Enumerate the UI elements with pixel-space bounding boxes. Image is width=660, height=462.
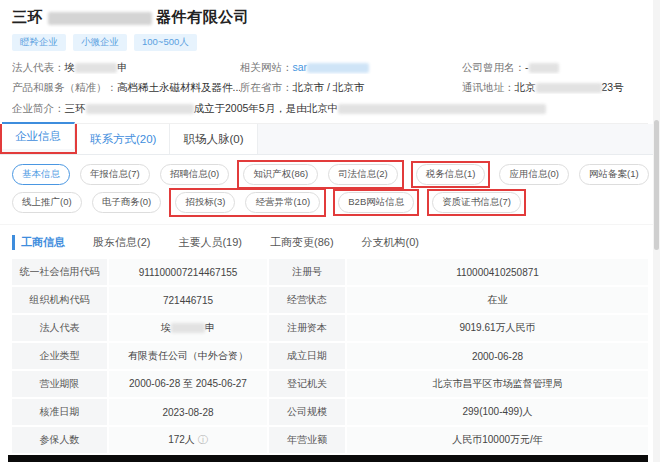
section-tab-registration-changes[interactable]: 工商变更(86): [270, 235, 334, 250]
table-value-org-code: 721446715: [109, 287, 267, 313]
pill-b2b-website[interactable]: B2B网站信息: [338, 192, 414, 213]
pill-intellectual-property[interactable]: 知识产权(86): [243, 164, 318, 185]
address-prefix: 北京: [515, 81, 536, 93]
intro-mid: 成立于2005年5月，是由北京中: [194, 102, 339, 114]
pill-bidding[interactable]: 招投标(3): [175, 192, 235, 213]
redacted-company-name: [48, 12, 152, 25]
table-value-reg-number: 110000410250871: [347, 259, 648, 285]
annotation-box-ip-judicial: 知识产权(86) 司法信息(2): [237, 160, 404, 189]
scrollbar-thumb[interactable]: [654, 120, 659, 250]
legal-rep-cell-prefix: 埃: [161, 321, 171, 335]
table-label-operating-status: 经营状态: [269, 287, 345, 313]
pill-website-icp[interactable]: 网站备案(1): [579, 164, 649, 185]
pill-online-promotion[interactable]: 线上推广(0): [12, 192, 82, 213]
table-value-registered-capital: 9019.61万人民币: [347, 315, 648, 341]
annotation-box-tax-info: 税务信息(1): [411, 161, 491, 188]
address-suffix: 23号: [602, 81, 624, 93]
pill-tax-info[interactable]: 税务信息(1): [416, 164, 486, 185]
table-label-registration-authority: 登记机关: [269, 371, 345, 397]
website-line: 相关网站：sar: [240, 60, 462, 74]
address-line: 通讯地址：北京23号: [462, 80, 648, 94]
table-value-registration-authority: 北京市昌平区市场监督管理局: [347, 371, 648, 397]
section-tab-shareholders[interactable]: 股东信息(2): [93, 235, 150, 250]
pill-annual-report[interactable]: 年报信息(7): [80, 164, 150, 185]
annotation-box-bidding-abnormal: 招投标(3) 经营异常(10): [169, 188, 326, 217]
table-label-approval-date: 核准日期: [12, 399, 107, 425]
info-col-3: 公司曾用名：- 通讯地址：北京23号: [462, 60, 648, 100]
info-col-1: 法人代表：埃申 产品和服务（精准）：高档稀土永磁材料及器件...: [12, 60, 240, 100]
products-value: 高档稀土永磁材料及器件...: [117, 81, 240, 93]
legal-rep-suffix: 申: [117, 61, 128, 73]
info-col-2: 相关网站：sar 所在省市：北京市 / 北京市: [240, 60, 462, 100]
legal-rep-label: 法人代表：: [12, 61, 65, 73]
section-tab-branches[interactable]: 分支机构(0): [362, 235, 419, 250]
table-label-registered-capital: 注册资本: [269, 315, 345, 341]
region-value: 北京市 / 北京市: [293, 81, 365, 93]
scrollbar-track[interactable]: [653, 0, 660, 462]
table-value-annual-revenue: 人民币10000万元/年: [347, 427, 648, 453]
insured-count-text: 172人: [168, 433, 195, 447]
tab-company-info[interactable]: 企业信息: [2, 122, 75, 149]
table-label-insured-count: 参保人数: [12, 427, 107, 453]
table-value-legal-rep: 埃 申: [109, 315, 267, 341]
info-icon[interactable]: ⓘ: [198, 433, 208, 447]
company-intro-line: 企业简介：三环成立于2005年5月，是由北京中: [12, 101, 648, 124]
tab-contact-info[interactable]: 联系方式(20): [77, 124, 170, 154]
redacted-legal-rep-cell: [171, 323, 205, 333]
tag-gazelle: 瞪羚企业: [12, 34, 66, 51]
table-label-company-size: 公司规模: [269, 399, 345, 425]
pill-judicial-info[interactable]: 司法信息(2): [328, 164, 398, 185]
address-label: 通讯地址：: [462, 81, 515, 93]
former-name-value: -: [525, 61, 529, 73]
table-label-establish-date: 成立日期: [269, 343, 345, 369]
company-info-grid: 法人代表：埃申 产品和服务（精准）：高档稀土永磁材料及器件... 相关网站：sa…: [12, 60, 648, 100]
table-value-approval-date: 2023-08-28: [109, 399, 267, 425]
tab-workplace-network[interactable]: 职场人脉(0): [170, 124, 257, 154]
annotation-box-company-info-tab: 企业信息: [0, 124, 77, 154]
redacted-intro-1: [86, 104, 194, 114]
legal-rep-line: 法人代表：埃申: [12, 60, 240, 74]
business-registration-table: 统一社会信用代码 911100007214467155 注册号 11000041…: [12, 259, 648, 462]
bottom-black-bar: [8, 455, 648, 462]
table-value-operating-status: 在业: [347, 287, 648, 313]
website-link[interactable]: sar: [293, 61, 308, 73]
company-header: 三环 器件有限公司 瞪羚企业 小微企业 100~500人 法人代表：埃申 产品和…: [0, 0, 660, 124]
website-label: 相关网站：: [240, 61, 293, 73]
table-value-business-term: 2000-06-28 至 2045-06-27: [109, 371, 267, 397]
region-label: 所在省市：: [240, 81, 293, 93]
redacted-website: [307, 63, 369, 73]
table-label-legal-rep: 法人代表: [12, 315, 107, 341]
table-label-company-type: 企业类型: [12, 343, 107, 369]
products-line: 产品和服务（精准）：高档稀土永磁材料及器件...: [12, 80, 240, 94]
section-tab-key-personnel[interactable]: 主要人员(19): [178, 235, 242, 250]
redacted-former-name: [529, 63, 559, 73]
pill-qualification-cert[interactable]: 资质证书信息(7): [432, 192, 521, 213]
filter-pill-area: 基本信息 年报信息(7) 招聘信息(0) 知识产权(86) 司法信息(2) 税务…: [0, 155, 660, 224]
table-label-reg-number: 注册号: [269, 259, 345, 285]
table-label-annual-revenue: 年营业额: [269, 427, 345, 453]
table-value-company-size: 299(100-499)人: [347, 399, 648, 425]
pill-basic-info[interactable]: 基本信息: [12, 164, 70, 185]
section-tab-registration-info[interactable]: 工商信息: [12, 235, 65, 250]
table-value-credit-code: 911100007214467155: [109, 259, 267, 285]
section-tab-bar: 工商信息 股东信息(2) 主要人员(19) 工商变更(86) 分支机构(0): [0, 224, 660, 257]
table-label-credit-code: 统一社会信用代码: [12, 259, 107, 285]
pill-app-info[interactable]: 应用信息(0): [499, 164, 569, 185]
intro-label: 企业简介：: [12, 102, 65, 114]
pill-ecommerce[interactable]: 电子商务(0): [92, 192, 162, 213]
pill-row-1: 基本信息 年报信息(7) 招聘信息(0) 知识产权(86) 司法信息(2) 税务…: [12, 164, 648, 185]
company-tags: 瞪羚企业 小微企业 100~500人: [12, 34, 648, 51]
products-label: 产品和服务（精准）：: [12, 81, 117, 93]
legal-rep-prefix: 埃: [65, 61, 76, 73]
former-name-line: 公司曾用名：-: [462, 60, 648, 74]
tag-headcount: 100~500人: [134, 34, 197, 51]
pill-business-abnormal[interactable]: 经营异常(10): [245, 192, 320, 213]
table-label-business-term: 营业期限: [12, 371, 107, 397]
table-value-establish-date: 2000-06-28: [347, 343, 648, 369]
page-title: 三环 器件有限公司: [12, 8, 648, 27]
pill-recruitment[interactable]: 招聘信息(0): [160, 164, 230, 185]
redacted-address: [536, 83, 602, 93]
intro-prefix: 三环: [65, 102, 86, 114]
annotation-box-b2b-website: B2B网站信息: [333, 189, 419, 216]
region-line: 所在省市：北京市 / 北京市: [240, 80, 462, 94]
